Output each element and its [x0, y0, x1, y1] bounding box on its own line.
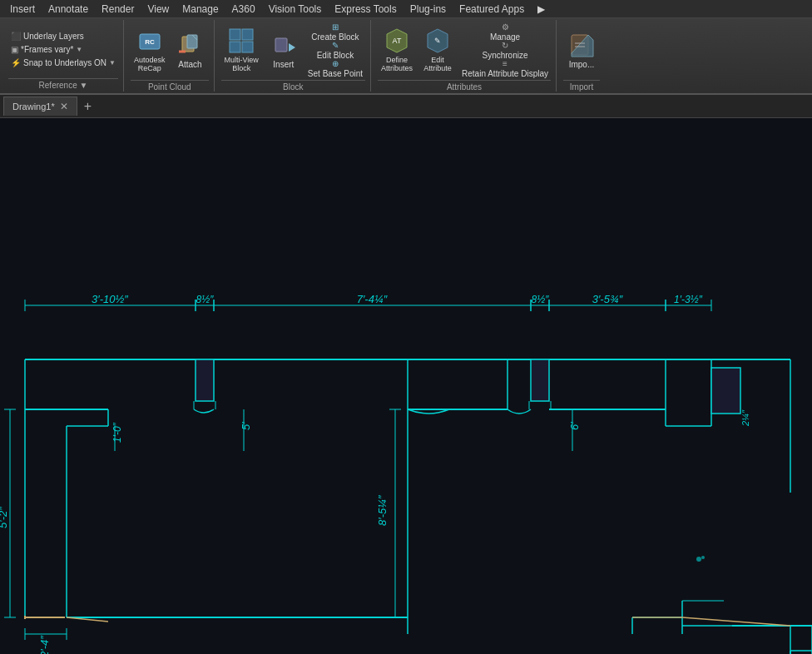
canvas-svg: 3′-10½″ 8½″ 7′-4¼″ 8½″ 3′-5¾″ 1′-3½″ 5′-… [0, 118, 812, 654]
svg-text:2′-4″: 2′-4″ [38, 636, 51, 654]
svg-rect-7 [242, 29, 253, 40]
attributes-group-label: Attributes [378, 80, 551, 92]
synchronize-btn[interactable]: ↻ Synchronize [459, 42, 551, 58]
menu-express-tools[interactable]: Express Tools [328, 2, 403, 17]
menu-render[interactable]: Render [95, 2, 141, 17]
snap-dropdown-arrow: ▼ [109, 59, 116, 67]
ribbon-group-attributes: AT DefineAttributes ✎ EditAttribute [373, 20, 557, 92]
edit-attr-label: EditAttribute [423, 56, 452, 72]
menu-insert[interactable]: Insert [3, 2, 42, 17]
ribbon-group-import: Impo... Import [558, 20, 605, 92]
drawing-tab-label: Drawing1* [12, 102, 55, 111]
insert-btn[interactable]: Insert [265, 23, 302, 77]
menu-manage[interactable]: Manage [176, 2, 225, 17]
retain-attr-label: Retain Attribute Display [462, 69, 548, 78]
define-attr-icon: AT [384, 27, 410, 54]
svg-rect-34 [531, 359, 549, 401]
edit-block-btn[interactable]: ✎ Edit Block [305, 42, 365, 58]
tab-add-btn[interactable]: + [79, 99, 97, 114]
frames-icon: ▣ [11, 45, 18, 54]
drawing-tab-1[interactable]: Drawing1* ✕ [3, 97, 77, 116]
frames-vary-btn[interactable]: ▣ *Frames vary* ▼ [8, 44, 85, 55]
import-label: Impo... [569, 60, 595, 69]
svg-text:8′-5¼″: 8′-5¼″ [376, 495, 389, 526]
ribbon: ⬛ Underlay Layers ▣ *Frames vary* ▼ ⚡ Sn… [0, 18, 812, 95]
edit-attr-icon: ✎ [424, 27, 451, 54]
svg-rect-9 [242, 42, 253, 52]
menu-video[interactable]: ▶ [531, 2, 552, 17]
menu-featured-apps[interactable]: Featured Apps [453, 2, 531, 17]
svg-text:1′-0″: 1′-0″ [111, 422, 123, 443]
menu-plug-ins[interactable]: Plug-ins [404, 2, 453, 17]
menu-view[interactable]: View [141, 2, 176, 17]
menu-bar: Insert Annotate Render View Manage A360 … [0, 0, 812, 18]
autodesk-recap-btn[interactable]: RC AutodeskReCap [131, 23, 169, 77]
attach-icon [177, 32, 204, 58]
tab-close-btn[interactable]: ✕ [60, 101, 68, 112]
create-block-icon: ⊞ [332, 22, 339, 32]
menu-a360[interactable]: A360 [225, 2, 262, 17]
attributes-right-col: ⚙ Manage ↻ Synchronize ≡ Retain Attribut… [459, 23, 551, 77]
point-cloud-label: Point Cloud [131, 80, 209, 92]
svg-point-96 [696, 557, 701, 562]
svg-text:AT: AT [393, 37, 402, 45]
block-group-label: Block [221, 80, 366, 92]
insert-icon [270, 32, 297, 58]
reference-group-items: ⬛ Underlay Layers ▣ *Frames vary* ▼ ⚡ Sn… [8, 22, 118, 77]
import-group-label: Import [563, 80, 600, 92]
svg-rect-6 [230, 29, 240, 40]
recap-icon: RC [136, 27, 163, 54]
set-base-point-label: Set Base Point [308, 69, 363, 78]
svg-text:8½″: 8½″ [196, 294, 215, 305]
multiview-icon [228, 27, 255, 54]
base-point-icon: ⊕ [332, 59, 339, 68]
snap-icon: ⚡ [11, 58, 21, 67]
reference-group-label: Reference ▼ [8, 78, 118, 90]
ribbon-group-point-cloud: RC AutodeskReCap Attach [126, 20, 215, 92]
import-btn[interactable]: Impo... [563, 23, 600, 77]
svg-text:✎: ✎ [434, 37, 441, 45]
svg-text:3′-10½″: 3′-10½″ [92, 293, 128, 305]
create-block-btn[interactable]: ⊞ Create Block [305, 23, 365, 40]
block-right-col: ⊞ Create Block ✎ Edit Block ⊕ Set Base P… [305, 23, 365, 77]
frames-vary-label: *Frames vary* [21, 45, 73, 54]
menu-annotate[interactable]: Annotate [42, 2, 95, 17]
multiview-label: Multi-ViewBlock [225, 56, 259, 72]
svg-text:7′-4¼″: 7′-4¼″ [357, 293, 388, 305]
tab-bar: Drawing1* ✕ + [0, 95, 812, 118]
insert-label: Insert [273, 60, 294, 69]
frames-dropdown-arrow: ▼ [76, 46, 82, 53]
svg-rect-44 [711, 368, 740, 414]
define-attributes-btn[interactable]: AT DefineAttributes [378, 23, 416, 77]
layers-icon: ⬛ [11, 32, 21, 41]
svg-rect-33 [196, 359, 214, 401]
snap-underlays-label: Snap to Underlays ON [23, 58, 106, 67]
multiview-block-btn[interactable]: Multi-ViewBlock [221, 23, 262, 77]
svg-text:5′: 5′ [240, 422, 252, 430]
menu-vision-tools[interactable]: Vision Tools [262, 2, 329, 17]
edit-block-icon: ✎ [332, 41, 339, 50]
attach-btn[interactable]: Attach [172, 23, 209, 77]
attributes-group-items: AT DefineAttributes ✎ EditAttribute [378, 22, 551, 78]
underlay-layers-label: Underlay Layers [23, 32, 84, 41]
svg-text:6′: 6′ [568, 422, 581, 430]
edit-attribute-btn[interactable]: ✎ EditAttribute [419, 23, 456, 77]
snap-underlays-btn[interactable]: ⚡ Snap to Underlays ON ▼ [8, 57, 118, 68]
define-attr-label: DefineAttributes [381, 56, 413, 72]
recap-label: AutodeskReCap [134, 56, 166, 72]
manage-btn[interactable]: ⚙ Manage [459, 23, 551, 40]
retain-attr-btn[interactable]: ≡ Retain Attribute Display [459, 60, 551, 77]
set-base-point-btn[interactable]: ⊕ Set Base Point [305, 60, 365, 77]
svg-text:5′-2″: 5′-2″ [0, 507, 9, 528]
svg-point-97 [701, 556, 705, 559]
ribbon-content: ⬛ Underlay Layers ▣ *Frames vary* ▼ ⚡ Sn… [0, 18, 812, 93]
svg-rect-8 [230, 42, 240, 52]
svg-rect-20 [0, 118, 812, 654]
svg-text:2¼″: 2¼″ [740, 409, 750, 427]
retain-icon: ≡ [503, 59, 508, 68]
point-cloud-items: RC AutodeskReCap Attach [131, 22, 209, 78]
underlay-layers-btn[interactable]: ⬛ Underlay Layers [8, 31, 87, 42]
manage-icon: ⚙ [502, 22, 509, 32]
drawing-canvas[interactable]: 3′-10½″ 8½″ 7′-4¼″ 8½″ 3′-5¾″ 1′-3½″ 5′-… [0, 118, 812, 654]
svg-text:RC: RC [145, 38, 155, 46]
